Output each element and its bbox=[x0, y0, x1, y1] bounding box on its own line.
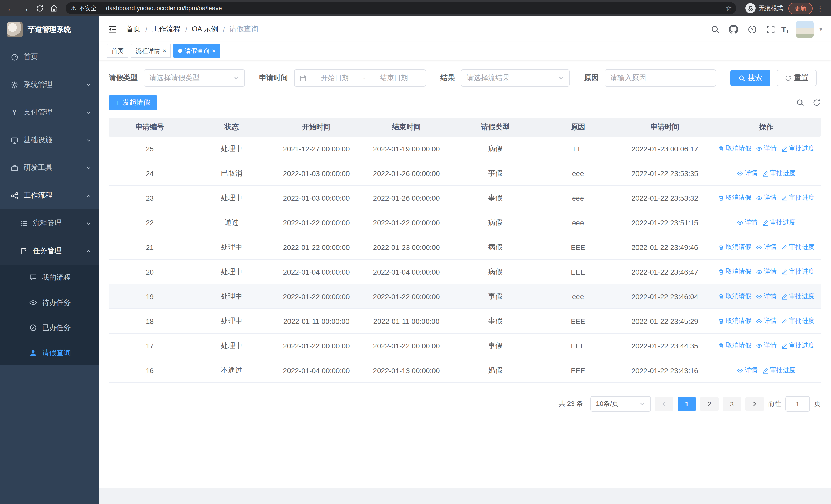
prev-page-button[interactable] bbox=[655, 397, 674, 411]
help-icon[interactable]: ? bbox=[745, 22, 760, 37]
sidebar-item-infrastructure[interactable]: 基础设施 bbox=[0, 126, 98, 154]
github-icon[interactable] bbox=[726, 22, 741, 37]
tab-leave-query[interactable]: 请假查询 × bbox=[173, 43, 220, 58]
sidebar-item-workflow[interactable]: 工作流程 bbox=[0, 182, 98, 209]
sidebar-item-todo-tasks[interactable]: 待办任务 bbox=[0, 290, 98, 315]
cell-end-time: 2022-01-26 00:00:00 bbox=[360, 169, 453, 177]
sidebar-item-home[interactable]: 首页 bbox=[0, 43, 98, 71]
page-button-1[interactable]: 1 bbox=[678, 397, 696, 411]
page-size-value: 10条/页 bbox=[596, 399, 619, 409]
fullscreen-icon[interactable] bbox=[763, 22, 778, 37]
page-button-3[interactable]: 3 bbox=[723, 397, 741, 411]
tab-close-icon[interactable]: × bbox=[163, 48, 166, 54]
forward-button[interactable]: → bbox=[19, 2, 32, 15]
sidebar-item-label: 工作流程 bbox=[24, 191, 52, 200]
tab-process-detail[interactable]: 流程详情 × bbox=[131, 43, 171, 58]
cancel-leave-link[interactable]: 取消请假 bbox=[718, 292, 751, 301]
bookmark-star-icon[interactable]: ☆ bbox=[725, 4, 732, 12]
detail-link[interactable]: 详情 bbox=[737, 169, 757, 178]
toggle-search-icon[interactable] bbox=[796, 98, 804, 107]
sidebar-item-label: 基础设施 bbox=[24, 136, 52, 145]
goto-page-input[interactable] bbox=[785, 396, 810, 412]
tab-close-icon[interactable]: × bbox=[212, 48, 216, 54]
leave-type-select[interactable]: 请选择请假类型 bbox=[144, 69, 245, 87]
detail-link[interactable]: 详情 bbox=[756, 194, 777, 202]
cancel-leave-link[interactable]: 取消请假 bbox=[718, 194, 751, 202]
detail-link[interactable]: 详情 bbox=[756, 292, 777, 301]
update-button[interactable]: 更新 bbox=[789, 2, 812, 14]
cell-leave-type: 事假 bbox=[453, 193, 538, 203]
refresh-table-icon[interactable] bbox=[812, 98, 821, 107]
next-page-button[interactable] bbox=[745, 397, 764, 411]
sidebar-item-system[interactable]: 系统管理 bbox=[0, 71, 98, 98]
cancel-leave-link[interactable]: 取消请假 bbox=[718, 341, 751, 350]
main-area: 首页 / 工作流程 / OA 示例 / 请假查询 ? bbox=[98, 17, 831, 504]
cell-actions: 取消请假详情审批进度 bbox=[712, 292, 821, 301]
approval-progress-link[interactable]: 审批进度 bbox=[781, 341, 814, 350]
create-leave-button[interactable]: + 发起请假 bbox=[109, 95, 157, 110]
logo-avatar bbox=[7, 22, 23, 37]
detail-link[interactable]: 详情 bbox=[756, 317, 777, 325]
approval-progress-link[interactable]: 审批进度 bbox=[781, 317, 814, 325]
cancel-leave-link[interactable]: 取消请假 bbox=[718, 144, 751, 153]
sidebar-item-task-management[interactable]: 任务管理 bbox=[0, 237, 98, 265]
detail-link[interactable]: 详情 bbox=[737, 218, 757, 227]
cancel-leave-link[interactable]: 取消请假 bbox=[718, 243, 751, 251]
approval-progress-link[interactable]: 审批进度 bbox=[781, 243, 814, 251]
result-select[interactable]: 请选择流结果 bbox=[461, 69, 570, 87]
sidebar-item-dev-tools[interactable]: 研发工具 bbox=[0, 154, 98, 182]
column-header: 操作 bbox=[712, 122, 821, 131]
approval-progress-link[interactable]: 审批进度 bbox=[781, 292, 814, 301]
avatar-caret-icon[interactable]: ▼ bbox=[819, 27, 823, 32]
app-frame: 芋道管理系统 首页 系统管理 ¥ 支付管理 bbox=[0, 17, 831, 504]
sidebar-item-my-processes[interactable]: 我的流程 bbox=[0, 265, 98, 290]
action-label: 取消请假 bbox=[726, 292, 751, 301]
reload-icon bbox=[36, 4, 44, 12]
trash-icon bbox=[718, 146, 724, 152]
sidebar-item-done-tasks[interactable]: 已办任务 bbox=[0, 315, 98, 340]
cell-status: 处理中 bbox=[191, 193, 273, 203]
page-size-select[interactable]: 10条/页 bbox=[590, 396, 651, 412]
apply-time-range-picker[interactable]: 开始日期 - 结束日期 bbox=[294, 69, 426, 87]
approval-progress-link[interactable]: 审批进度 bbox=[762, 169, 796, 178]
breadcrumb-workflow[interactable]: 工作流程 bbox=[152, 25, 181, 34]
sidebar-item-process-management[interactable]: 流程管理 bbox=[0, 209, 98, 237]
reload-button[interactable] bbox=[33, 2, 46, 15]
approval-progress-link[interactable]: 审批进度 bbox=[762, 366, 796, 375]
approval-progress-link[interactable]: 审批进度 bbox=[762, 218, 796, 227]
search-icon[interactable] bbox=[708, 22, 723, 37]
approval-progress-link[interactable]: 审批进度 bbox=[781, 267, 814, 276]
reset-button[interactable]: 重置 bbox=[777, 70, 816, 86]
sidebar-collapse-icon[interactable] bbox=[107, 24, 118, 35]
detail-link[interactable]: 详情 bbox=[756, 243, 777, 251]
font-size-icon[interactable]: TT bbox=[781, 25, 789, 34]
screen: ← → ⚠ 不安全 dashboard.yudao.iocoder.cn/bpm… bbox=[0, 0, 831, 504]
breadcrumb-home[interactable]: 首页 bbox=[126, 25, 141, 34]
address-bar[interactable]: ⚠ 不安全 dashboard.yudao.iocoder.cn/bpm/oa/… bbox=[66, 2, 736, 14]
page-button-2[interactable]: 2 bbox=[700, 397, 719, 411]
action-label: 详情 bbox=[764, 243, 777, 251]
cancel-leave-link[interactable]: 取消请假 bbox=[718, 317, 751, 325]
reason-input[interactable]: 请输入原因 bbox=[605, 69, 716, 87]
detail-link[interactable]: 详情 bbox=[756, 267, 777, 276]
home-button[interactable] bbox=[47, 2, 61, 15]
browser-menu-button[interactable]: ⋮ bbox=[813, 2, 827, 15]
back-button[interactable]: ← bbox=[4, 2, 18, 15]
detail-link[interactable]: 详情 bbox=[756, 144, 777, 153]
sidebar-item-payment[interactable]: ¥ 支付管理 bbox=[0, 98, 98, 126]
logo[interactable]: 芋道管理系统 bbox=[0, 17, 98, 43]
approval-progress-link[interactable]: 审批进度 bbox=[781, 194, 814, 202]
detail-link[interactable]: 详情 bbox=[737, 366, 757, 375]
tab-home[interactable]: 首页 bbox=[107, 43, 128, 58]
detail-link[interactable]: 详情 bbox=[756, 341, 777, 350]
user-avatar[interactable] bbox=[796, 21, 813, 38]
breadcrumb-oa-example[interactable]: OA 示例 bbox=[192, 25, 219, 34]
cell-actions: 详情审批进度 bbox=[712, 169, 821, 178]
action-label: 取消请假 bbox=[726, 317, 751, 325]
approval-progress-link[interactable]: 审批进度 bbox=[781, 144, 814, 153]
action-label: 详情 bbox=[764, 144, 777, 153]
action-label: 详情 bbox=[764, 194, 777, 202]
cancel-leave-link[interactable]: 取消请假 bbox=[718, 267, 751, 276]
sidebar-item-leave-query[interactable]: 请假查询 bbox=[0, 340, 98, 365]
search-button[interactable]: 搜索 bbox=[730, 70, 770, 86]
